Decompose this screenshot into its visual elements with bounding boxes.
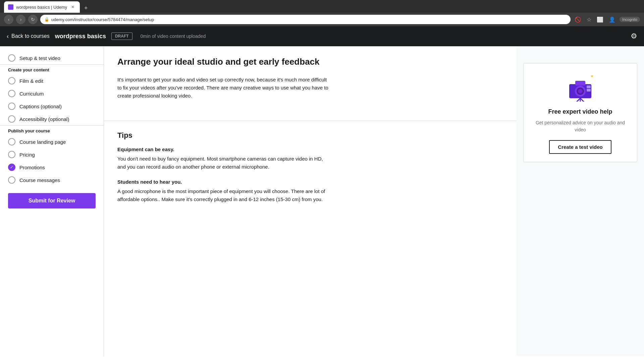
help-card-title: Free expert video help — [532, 108, 629, 115]
svg-line-6 — [580, 98, 585, 102]
address-bar[interactable]: 🔒 udemy.com/instructor/course/5784474/ma… — [40, 15, 571, 24]
tip-title-0: Equipment can be easy. — [117, 146, 332, 152]
tab-favicon — [8, 4, 13, 10]
help-card: Free expert video help Get personalized … — [523, 63, 637, 162]
url-text: udemy.com/instructor/course/5784474/mana… — [51, 17, 154, 22]
sidebar-item-curriculum[interactable]: Curriculum — [0, 87, 104, 100]
svg-line-5 — [575, 98, 580, 102]
sidebar-item-promotions-label: Promotions — [19, 165, 45, 170]
create-test-video-button[interactable]: Create a test video — [549, 140, 611, 154]
tip-item-1: Students need to hear you. A good microp… — [117, 179, 332, 203]
course-title: wordpress basics — [55, 33, 106, 40]
submit-for-review-button[interactable]: Submit for Review — [8, 193, 96, 208]
back-to-courses-link[interactable]: ‹ Back to courses — [7, 33, 50, 40]
sidebar-item-landing-page-label: Course landing page — [19, 139, 66, 145]
sidebar-item-curriculum-label: Curriculum — [19, 91, 44, 97]
profile-icon[interactable]: 👤 — [607, 15, 617, 24]
browser-tab-bar: wordpress basics | Udemy ✕ + — [0, 0, 644, 13]
sidebar: Setup & test video Create your content F… — [0, 46, 104, 356]
sidebar-item-setup-label: Setup & test video — [19, 55, 60, 61]
star-icon[interactable]: ☆ — [585, 15, 593, 24]
sidebar-item-promotions[interactable]: ✓ Promotions — [0, 161, 104, 174]
svg-rect-8 — [587, 85, 591, 88]
main-section: Arrange your ideal studio and get early … — [104, 46, 345, 121]
top-nav: ‹ Back to courses wordpress basics DRAFT… — [0, 26, 644, 46]
back-button[interactable]: ‹ — [4, 15, 13, 24]
no-video-icon[interactable]: 🚫 — [573, 15, 583, 24]
sidebar-item-film[interactable]: Film & edit — [0, 74, 104, 87]
messages-circle — [8, 176, 15, 184]
tip-body-1: A good microphone is the most important … — [117, 187, 332, 203]
section-heading: Arrange your ideal studio and get early … — [117, 56, 332, 68]
new-tab-button[interactable]: + — [81, 3, 91, 13]
back-arrow-icon: ‹ — [7, 33, 9, 40]
section-body: It's important to get your audio and vid… — [117, 76, 332, 100]
setup-circle — [8, 54, 15, 62]
browser-tab[interactable]: wordpress basics | Udemy ✕ — [4, 1, 80, 13]
forward-button[interactable]: › — [16, 15, 25, 24]
sidebar-item-landing-page[interactable]: Course landing page — [0, 135, 104, 148]
tip-body-0: You don't need to buy fancy equipment. M… — [117, 155, 332, 171]
right-sidebar: Free expert video help Get personalized … — [517, 46, 644, 356]
split-view-icon[interactable]: ⬜ — [595, 15, 605, 24]
tab-title: wordpress basics | Udemy — [16, 5, 67, 10]
camera-illustration — [565, 71, 595, 102]
sidebar-item-accessibility[interactable]: Accessibility (optional) — [0, 113, 104, 125]
curriculum-circle — [8, 90, 15, 97]
publish-section-title: Publish your course — [0, 126, 104, 135]
refresh-button[interactable]: ↻ — [28, 15, 38, 24]
captions-circle — [8, 103, 15, 110]
accessibility-circle — [8, 115, 15, 123]
landing-page-circle — [8, 138, 15, 145]
back-to-courses-label: Back to courses — [11, 33, 50, 39]
pricing-circle — [8, 151, 15, 158]
tip-title-1: Students need to hear you. — [117, 179, 332, 185]
content-area: Arrange your ideal studio and get early … — [104, 46, 517, 356]
help-card-desc: Get personalized advice on your audio an… — [532, 119, 629, 133]
create-section-title: Create your content — [0, 65, 104, 74]
sidebar-item-captions[interactable]: Captions (optional) — [0, 100, 104, 113]
incognito-badge: Incognito — [620, 17, 640, 22]
svg-rect-9 — [587, 89, 591, 92]
sidebar-item-messages-label: Course messages — [19, 177, 60, 183]
tip-item-0: Equipment can be easy. You don't need to… — [117, 146, 332, 171]
sidebar-item-film-label: Film & edit — [19, 78, 43, 84]
sidebar-item-captions-label: Captions (optional) — [19, 104, 62, 109]
sidebar-item-setup[interactable]: Setup & test video — [0, 52, 104, 64]
promotions-circle: ✓ — [8, 164, 15, 171]
upload-status: 0min of video content uploaded — [141, 34, 206, 39]
tab-close-button[interactable]: ✕ — [70, 4, 76, 10]
sidebar-item-pricing-label: Pricing — [19, 152, 35, 158]
svg-marker-10 — [591, 75, 593, 77]
film-circle — [8, 77, 15, 84]
svg-point-3 — [578, 89, 583, 94]
lock-icon: 🔒 — [44, 17, 49, 22]
main-layout: Setup & test video Create your content F… — [0, 46, 644, 356]
draft-badge: DRAFT — [111, 33, 132, 40]
address-bar-row: ‹ › ↻ 🔒 udemy.com/instructor/course/5784… — [0, 13, 644, 26]
tips-heading: Tips — [117, 131, 332, 140]
sidebar-item-pricing[interactable]: Pricing — [0, 148, 104, 161]
svg-rect-4 — [575, 81, 585, 85]
settings-button[interactable]: ⚙ — [631, 32, 637, 41]
check-icon: ✓ — [10, 165, 13, 170]
sidebar-item-messages[interactable]: Course messages — [0, 174, 104, 186]
tips-section: Tips Equipment can be easy. You don't ne… — [104, 121, 345, 222]
app-container: ‹ Back to courses wordpress basics DRAFT… — [0, 26, 644, 356]
browser-actions: 🚫 ☆ ⬜ 👤 Incognito — [573, 15, 640, 24]
sidebar-item-accessibility-label: Accessibility (optional) — [19, 116, 69, 122]
